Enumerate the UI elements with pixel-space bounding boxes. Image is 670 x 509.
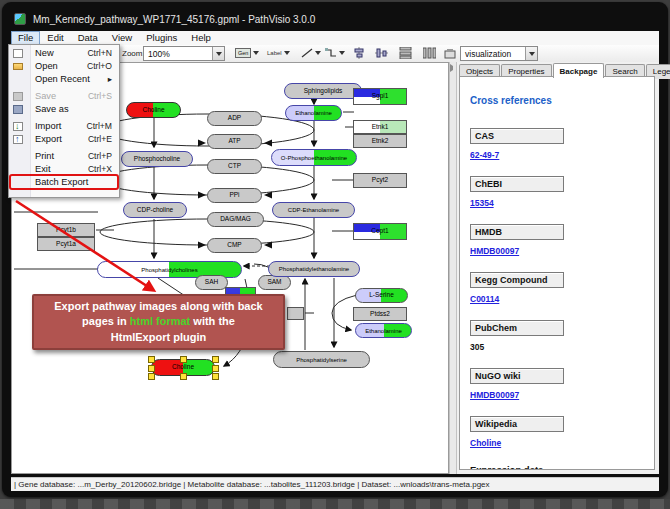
window-title: Mm_Kennedy_pathway_WP1771_45176.gpml - P… (33, 14, 315, 25)
xref-link-kegg-compound[interactable]: C00114 (470, 294, 499, 304)
node-phosphatidylserine[interactable]: Phosphatidylserine (273, 351, 370, 368)
common-size-button[interactable] (442, 46, 458, 60)
zoom-combobox[interactable]: 100% (143, 46, 225, 61)
node-dag-mag[interactable]: DAG/MAG (207, 212, 264, 227)
common-size-icon (444, 48, 456, 59)
node-ctp[interactable]: CTP (207, 159, 262, 174)
node-ppi[interactable]: PPi (207, 188, 262, 203)
selection-handle[interactable] (148, 356, 155, 363)
callout-line2: pages in html format with the (34, 314, 283, 329)
node-cdp-choline[interactable]: CDP-choline (123, 202, 187, 218)
node-ethanolamine-top[interactable]: Ethanolamine (285, 105, 342, 121)
file-menu-item-save[interactable]: SaveCtrl+S (9, 90, 119, 103)
node-choline-top[interactable]: Choline (126, 102, 181, 118)
draw-connector-button[interactable] (323, 46, 347, 60)
zoom-dropdown-icon[interactable] (212, 47, 224, 60)
node-ethanolamine-bottom[interactable]: Ethanolamine (355, 323, 412, 338)
menu-item-shortcut: Ctrl+S (88, 90, 112, 103)
file-menu-item-import[interactable]: ImportCtrl+M (9, 120, 119, 133)
node-adp[interactable]: ADP (207, 111, 262, 126)
menubar-item-edit[interactable]: Edit (40, 31, 70, 45)
visualization-dropdown-icon[interactable] (525, 47, 537, 60)
menu-item-label: New (35, 48, 54, 58)
add-label-button[interactable]: Label (265, 46, 292, 60)
node-sgpl1[interactable]: Sgpl1 (353, 88, 407, 105)
add-datanode-button[interactable]: Gen (233, 46, 261, 60)
align-middle-button[interactable] (373, 46, 390, 60)
status-bar: | Gene database: ...m_Derby_20120602.bri… (11, 477, 659, 491)
visualization-value: visualization (465, 49, 511, 59)
menubar-item-plugins[interactable]: Plugins (139, 31, 184, 45)
menu-item-label: Open (35, 61, 58, 71)
xref-section-chebi: ChEBI (470, 176, 564, 192)
node-atp[interactable]: ATP (207, 134, 262, 149)
selection-handle[interactable] (148, 373, 155, 380)
distribute-horizontal-button[interactable] (421, 46, 438, 60)
splitter-collapse-icon[interactable] (450, 64, 457, 72)
visualization-combobox[interactable]: visualization (460, 46, 538, 61)
node-etnk1[interactable]: Etnk1 (353, 120, 407, 134)
node-pcyt2[interactable]: Pcyt2 (353, 173, 407, 188)
save-as-icon (13, 105, 23, 114)
node-sah[interactable]: SAH (195, 275, 228, 290)
xref-section-hmdb: HMDB (470, 224, 564, 240)
file-menu-item-open-recent[interactable]: Open Recent▸ (9, 73, 119, 86)
node-etnk2[interactable]: Etnk2 (353, 134, 407, 148)
menu-item-shortcut: Ctrl+O (87, 60, 112, 73)
selection-handle[interactable] (212, 365, 219, 372)
callout-line3: HtmlExport plugin (34, 330, 283, 345)
annotation-callout: Export pathway images along with back pa… (32, 294, 285, 350)
file-menu-item-open[interactable]: OpenCtrl+O (9, 60, 119, 73)
node-sphingolipids[interactable]: Sphingolipids (284, 83, 362, 99)
status-text: | Gene database: ...m_Derby_20120602.bri… (14, 480, 490, 489)
backpage-panel: Cross references CAS62-49-7ChEBI15354HMD… (459, 76, 655, 470)
xref-link-hmdb[interactable]: HMDB00097 (470, 246, 519, 256)
menu-item-label: Exit (35, 164, 51, 174)
save-icon (13, 92, 23, 101)
menubar-item-data[interactable]: Data (71, 31, 105, 45)
xref-link-chebi[interactable]: 15354 (470, 198, 494, 208)
chevron-down-icon (284, 51, 290, 55)
node-cdp-ethanolamine[interactable]: CDP-Ethanolamine (272, 202, 355, 218)
tab-backpage[interactable]: Backpage (553, 63, 605, 78)
node-cmp[interactable]: CMP (207, 238, 262, 253)
selection-handle[interactable] (212, 356, 219, 363)
menu-item-shortcut: Ctrl+M (86, 120, 112, 133)
align-center-button[interactable] (351, 46, 368, 60)
menubar-item-help[interactable]: Help (184, 31, 218, 45)
submenu-arrow-icon: ▸ (108, 73, 112, 86)
xref-link-wikipedia[interactable]: Choline (470, 438, 501, 448)
node-pcyt1b[interactable]: Pcyt1b (37, 223, 95, 237)
selection-handle[interactable] (180, 373, 187, 380)
menubar-item-view[interactable]: View (105, 31, 139, 45)
file-menu-item-save-as[interactable]: Save as (9, 103, 119, 116)
node-phosphatidylethanolamine[interactable]: Phosphatidylethanolamine (268, 261, 360, 277)
draw-line-button[interactable] (299, 46, 323, 60)
xref-section-cas: CAS (470, 128, 564, 144)
menubar-item-file[interactable]: File (11, 31, 40, 45)
selection-handle[interactable] (212, 373, 219, 380)
node-l-serine[interactable]: L-Serine (355, 288, 408, 303)
file-menu-item-batch-export[interactable]: Batch Export (9, 176, 119, 189)
xref-link-cas[interactable]: 62-49-7 (470, 150, 499, 160)
node-pisd[interactable] (287, 307, 304, 320)
node-ptdss2[interactable]: Ptdss2 (353, 307, 407, 321)
menu-item-label: Save (35, 91, 56, 101)
file-menu-item-new[interactable]: NewCtrl+N (9, 47, 119, 60)
selection-handle[interactable] (180, 356, 187, 363)
node-pcyt1a[interactable]: Pcyt1a (37, 237, 95, 251)
distribute-rows-icon (399, 47, 412, 59)
xref-link-nugo-wiki[interactable]: HMDB00097 (470, 390, 519, 400)
file-menu-item-print[interactable]: PrintCtrl+P (9, 150, 119, 163)
panel-splitter[interactable] (449, 62, 457, 474)
selection-handle[interactable] (148, 365, 155, 372)
zoom-label: Zoom: (122, 49, 145, 58)
distribute-vertical-button[interactable] (397, 46, 414, 60)
node-o-phosphoethanolamine[interactable]: O-Phosphoethanolamine (271, 149, 357, 166)
node-phosphocholine[interactable]: Phosphocholine (121, 151, 193, 167)
xref-section-pubchem: PubChem (470, 320, 564, 336)
cross-references-header: Cross references (470, 95, 654, 106)
file-menu-item-export[interactable]: ExportCtrl+E (9, 133, 119, 146)
node-sam[interactable]: SAM (258, 275, 291, 290)
node-cept1[interactable]: Cept1 (353, 223, 407, 240)
